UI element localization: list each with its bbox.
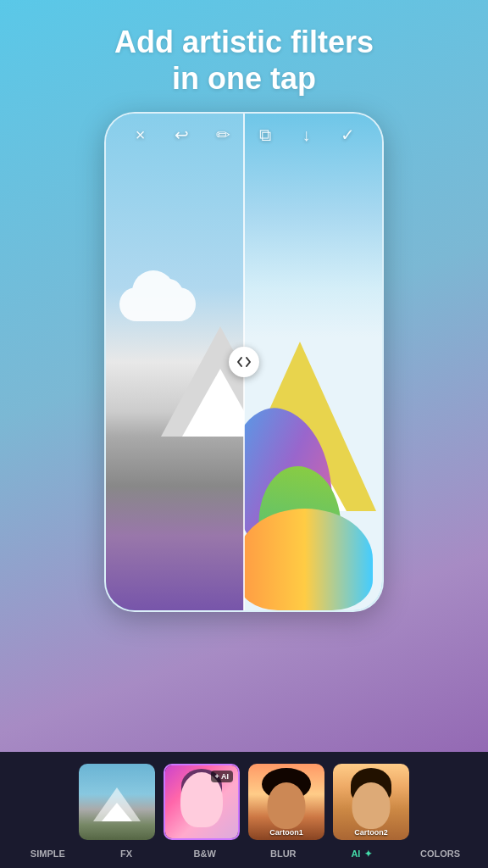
phone-mockup: × ↩ ✏ ⧉ ↓ ✓ (104, 112, 384, 612)
title-line1: Add artistic filters (114, 25, 374, 59)
tab-simple[interactable]: SIMPLE (9, 849, 86, 860)
tab-ai[interactable]: AI (324, 849, 400, 860)
filter-bar: + AI Cartoon1 Cartoon2 SIMPLE FX B&W BLU… (0, 752, 488, 868)
filter-thumbnails: + AI Cartoon1 Cartoon2 (65, 764, 423, 840)
split-container (106, 114, 382, 610)
download-icon[interactable]: ↓ (291, 125, 322, 145)
eraser-icon[interactable]: ✏ (208, 125, 239, 145)
tab-fx[interactable]: FX (88, 849, 164, 860)
header-title: Add artistic filters in one tap (114, 24, 374, 97)
photo-artistic (244, 114, 382, 610)
tab-bw[interactable]: B&W (167, 849, 243, 860)
cartoon1-label: Cartoon1 (248, 828, 324, 837)
layers-icon[interactable]: ⧉ (250, 125, 280, 145)
close-icon[interactable]: × (125, 125, 156, 145)
cartoon2-label: Cartoon2 (333, 828, 409, 837)
confirm-icon[interactable]: ✓ (333, 125, 363, 145)
photo-original (106, 114, 244, 610)
filter-labels-row: SIMPLE FX B&W BLUR AI COLORS (0, 849, 488, 860)
split-handle[interactable] (229, 347, 259, 377)
tab-blur[interactable]: BLUR (245, 849, 321, 860)
title-line2: in one tap (172, 61, 316, 96)
tab-colors[interactable]: COLORS (402, 849, 479, 860)
filter-thumb-cartoon1[interactable]: Cartoon1 (248, 764, 324, 840)
ai-badge: + AI (211, 771, 233, 782)
filter-thumb-fx[interactable]: + AI (164, 764, 240, 840)
filter-thumb-simple[interactable] (79, 764, 155, 840)
undo-icon[interactable]: ↩ (167, 125, 197, 145)
filter-thumb-cartoon2[interactable]: Cartoon2 (333, 764, 409, 840)
